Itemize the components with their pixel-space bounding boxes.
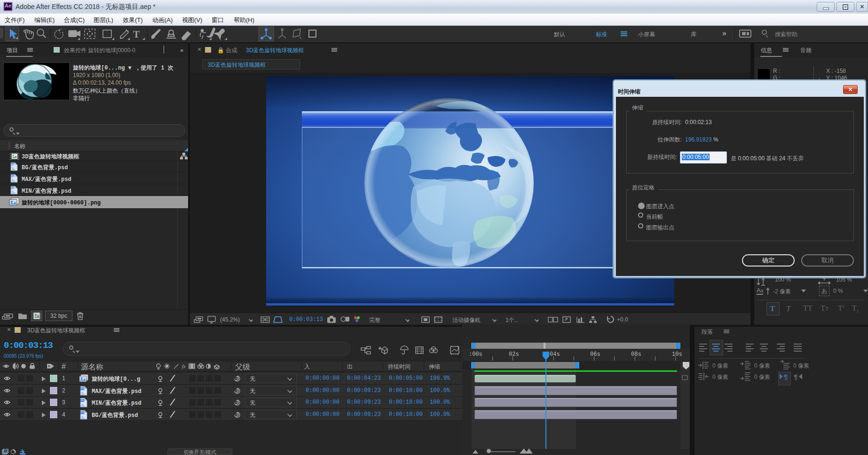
svg-text:T: T bbox=[133, 29, 140, 40]
svg-text:PSD: PSD bbox=[81, 399, 86, 402]
svg-text:PSD: PSD bbox=[11, 175, 16, 178]
svg-text:fx: fx bbox=[182, 363, 186, 369]
svg-text:PSD: PSD bbox=[11, 164, 16, 166]
svg-text:PSD: PSD bbox=[11, 187, 16, 189]
svg-text:PSD: PSD bbox=[81, 387, 86, 390]
svg-text:PSD: PSD bbox=[81, 411, 86, 414]
